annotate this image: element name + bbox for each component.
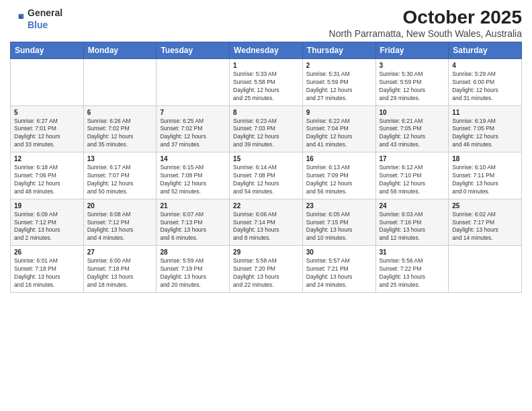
calendar-cell: 15Sunrise: 6:14 AM Sunset: 7:08 PM Dayli… bbox=[230, 152, 303, 199]
weekday-header-row: SundayMondayTuesdayWednesdayThursdayFrid… bbox=[11, 42, 522, 59]
calendar-cell: 17Sunrise: 6:12 AM Sunset: 7:10 PM Dayli… bbox=[375, 152, 449, 199]
calendar-cell: 3Sunrise: 5:30 AM Sunset: 5:59 PM Daylig… bbox=[375, 59, 449, 106]
day-info: Sunrise: 6:08 AM Sunset: 7:12 PM Dayligh… bbox=[87, 211, 153, 243]
calendar-cell: 30Sunrise: 5:57 AM Sunset: 7:21 PM Dayli… bbox=[302, 246, 375, 293]
day-info: Sunrise: 6:14 AM Sunset: 7:08 PM Dayligh… bbox=[233, 164, 299, 196]
day-number: 30 bbox=[306, 248, 372, 256]
calendar-cell: 16Sunrise: 6:13 AM Sunset: 7:09 PM Dayli… bbox=[302, 152, 375, 199]
day-number: 27 bbox=[87, 248, 153, 256]
calendar-cell: 8Sunrise: 6:23 AM Sunset: 7:03 PM Daylig… bbox=[230, 105, 303, 152]
day-info: Sunrise: 6:12 AM Sunset: 7:10 PM Dayligh… bbox=[380, 164, 445, 196]
logo-blue: Blue bbox=[28, 19, 48, 30]
day-number: 29 bbox=[233, 248, 299, 256]
day-info: Sunrise: 6:25 AM Sunset: 7:02 PM Dayligh… bbox=[160, 118, 226, 150]
calendar-week-3: 19Sunrise: 6:09 AM Sunset: 7:12 PM Dayli… bbox=[11, 199, 522, 246]
calendar-cell: 5Sunrise: 6:27 AM Sunset: 7:01 PM Daylig… bbox=[11, 105, 84, 152]
day-info: Sunrise: 5:33 AM Sunset: 5:58 PM Dayligh… bbox=[233, 71, 299, 103]
calendar-cell: 6Sunrise: 6:26 AM Sunset: 7:02 PM Daylig… bbox=[83, 105, 157, 152]
calendar-cell: 10Sunrise: 6:21 AM Sunset: 7:05 PM Dayli… bbox=[375, 105, 449, 152]
calendar-cell: 2Sunrise: 5:31 AM Sunset: 5:59 PM Daylig… bbox=[302, 59, 375, 106]
calendar-cell: 9Sunrise: 6:22 AM Sunset: 7:04 PM Daylig… bbox=[302, 105, 375, 152]
day-number: 8 bbox=[233, 109, 299, 116]
day-info: Sunrise: 6:03 AM Sunset: 7:16 PM Dayligh… bbox=[380, 211, 445, 243]
day-number: 24 bbox=[380, 202, 445, 210]
calendar-cell: 22Sunrise: 6:06 AM Sunset: 7:14 PM Dayli… bbox=[230, 199, 303, 246]
day-info: Sunrise: 6:01 AM Sunset: 7:18 PM Dayligh… bbox=[14, 257, 80, 289]
calendar-cell: 28Sunrise: 5:59 AM Sunset: 7:19 PM Dayli… bbox=[157, 246, 230, 293]
day-number: 31 bbox=[380, 248, 445, 256]
calendar-week-4: 26Sunrise: 6:01 AM Sunset: 7:18 PM Dayli… bbox=[11, 246, 522, 293]
weekday-header-saturday: Saturday bbox=[449, 42, 522, 59]
day-number: 23 bbox=[306, 202, 372, 210]
title-area: October 2025 North Parramatta, New South… bbox=[329, 7, 522, 39]
calendar-cell: 24Sunrise: 6:03 AM Sunset: 7:16 PM Dayli… bbox=[375, 199, 449, 246]
weekday-header-tuesday: Tuesday bbox=[157, 42, 230, 59]
day-info: Sunrise: 5:30 AM Sunset: 5:59 PM Dayligh… bbox=[380, 71, 445, 103]
day-number: 19 bbox=[14, 202, 80, 210]
day-info: Sunrise: 6:22 AM Sunset: 7:04 PM Dayligh… bbox=[306, 118, 372, 150]
day-info: Sunrise: 6:27 AM Sunset: 7:01 PM Dayligh… bbox=[14, 118, 80, 150]
day-info: Sunrise: 6:06 AM Sunset: 7:14 PM Dayligh… bbox=[233, 211, 299, 243]
calendar-cell: 25Sunrise: 6:02 AM Sunset: 7:17 PM Dayli… bbox=[449, 199, 522, 246]
day-number: 10 bbox=[380, 109, 445, 116]
day-number: 16 bbox=[306, 155, 372, 163]
day-info: Sunrise: 6:19 AM Sunset: 7:05 PM Dayligh… bbox=[452, 118, 518, 150]
calendar-cell: 26Sunrise: 6:01 AM Sunset: 7:18 PM Dayli… bbox=[11, 246, 84, 293]
main-title: October 2025 bbox=[329, 7, 522, 28]
day-number: 4 bbox=[452, 62, 518, 69]
calendar-cell: 12Sunrise: 6:18 AM Sunset: 7:06 PM Dayli… bbox=[11, 152, 84, 199]
day-info: Sunrise: 6:17 AM Sunset: 7:07 PM Dayligh… bbox=[87, 164, 153, 196]
day-info: Sunrise: 5:57 AM Sunset: 7:21 PM Dayligh… bbox=[306, 257, 372, 289]
day-number: 17 bbox=[380, 155, 445, 163]
calendar-cell: 18Sunrise: 6:10 AM Sunset: 7:11 PM Dayli… bbox=[449, 152, 522, 199]
calendar-week-0: 1Sunrise: 5:33 AM Sunset: 5:58 PM Daylig… bbox=[11, 59, 522, 106]
weekday-header-monday: Monday bbox=[83, 42, 157, 59]
day-number: 18 bbox=[452, 155, 518, 163]
day-info: Sunrise: 5:56 AM Sunset: 7:22 PM Dayligh… bbox=[380, 257, 445, 289]
day-info: Sunrise: 6:10 AM Sunset: 7:11 PM Dayligh… bbox=[452, 164, 518, 196]
day-info: Sunrise: 6:00 AM Sunset: 7:18 PM Dayligh… bbox=[87, 257, 153, 289]
calendar-cell: 13Sunrise: 6:17 AM Sunset: 7:07 PM Dayli… bbox=[83, 152, 157, 199]
subtitle: North Parramatta, New South Wales, Austr… bbox=[329, 28, 522, 39]
day-info: Sunrise: 6:09 AM Sunset: 7:12 PM Dayligh… bbox=[14, 211, 80, 243]
day-info: Sunrise: 5:58 AM Sunset: 7:20 PM Dayligh… bbox=[233, 257, 299, 289]
calendar-cell: 31Sunrise: 5:56 AM Sunset: 7:22 PM Dayli… bbox=[375, 246, 449, 293]
day-number: 9 bbox=[306, 109, 372, 116]
calendar-cell: 19Sunrise: 6:09 AM Sunset: 7:12 PM Dayli… bbox=[11, 199, 84, 246]
day-number: 13 bbox=[87, 155, 153, 163]
day-number: 11 bbox=[452, 109, 518, 116]
logo-area: General Blue bbox=[10, 7, 62, 31]
day-number: 3 bbox=[380, 62, 445, 69]
calendar-cell: 1Sunrise: 5:33 AM Sunset: 5:58 PM Daylig… bbox=[230, 59, 303, 106]
calendar-cell bbox=[83, 59, 157, 106]
calendar-cell bbox=[449, 246, 522, 293]
day-number: 22 bbox=[233, 202, 299, 210]
calendar-cell bbox=[157, 59, 230, 106]
day-info: Sunrise: 6:13 AM Sunset: 7:09 PM Dayligh… bbox=[306, 164, 372, 196]
calendar-cell: 23Sunrise: 6:05 AM Sunset: 7:15 PM Dayli… bbox=[302, 199, 375, 246]
logo-general: General bbox=[28, 7, 62, 18]
day-number: 2 bbox=[306, 62, 372, 69]
weekday-header-thursday: Thursday bbox=[302, 42, 375, 59]
day-info: Sunrise: 5:59 AM Sunset: 7:19 PM Dayligh… bbox=[160, 257, 226, 289]
day-info: Sunrise: 6:05 AM Sunset: 7:15 PM Dayligh… bbox=[306, 211, 372, 243]
logo-icon bbox=[10, 11, 25, 26]
weekday-header-sunday: Sunday bbox=[11, 42, 84, 59]
weekday-header-friday: Friday bbox=[375, 42, 449, 59]
header: General Blue October 2025 North Parramat… bbox=[10, 7, 522, 39]
calendar-cell: 21Sunrise: 6:07 AM Sunset: 7:13 PM Dayli… bbox=[157, 199, 230, 246]
calendar-cell: 20Sunrise: 6:08 AM Sunset: 7:12 PM Dayli… bbox=[83, 199, 157, 246]
calendar-cell bbox=[11, 59, 84, 106]
day-number: 26 bbox=[14, 248, 80, 256]
calendar-cell: 27Sunrise: 6:00 AM Sunset: 7:18 PM Dayli… bbox=[83, 246, 157, 293]
day-info: Sunrise: 6:26 AM Sunset: 7:02 PM Dayligh… bbox=[87, 118, 153, 150]
weekday-header-wednesday: Wednesday bbox=[230, 42, 303, 59]
day-info: Sunrise: 6:02 AM Sunset: 7:17 PM Dayligh… bbox=[452, 211, 518, 243]
calendar-cell: 11Sunrise: 6:19 AM Sunset: 7:05 PM Dayli… bbox=[449, 105, 522, 152]
day-number: 28 bbox=[160, 248, 226, 256]
day-number: 25 bbox=[452, 202, 518, 210]
page: General Blue October 2025 North Parramat… bbox=[0, 0, 532, 411]
calendar-cell: 7Sunrise: 6:25 AM Sunset: 7:02 PM Daylig… bbox=[157, 105, 230, 152]
day-number: 1 bbox=[233, 62, 299, 69]
day-number: 21 bbox=[160, 202, 226, 210]
